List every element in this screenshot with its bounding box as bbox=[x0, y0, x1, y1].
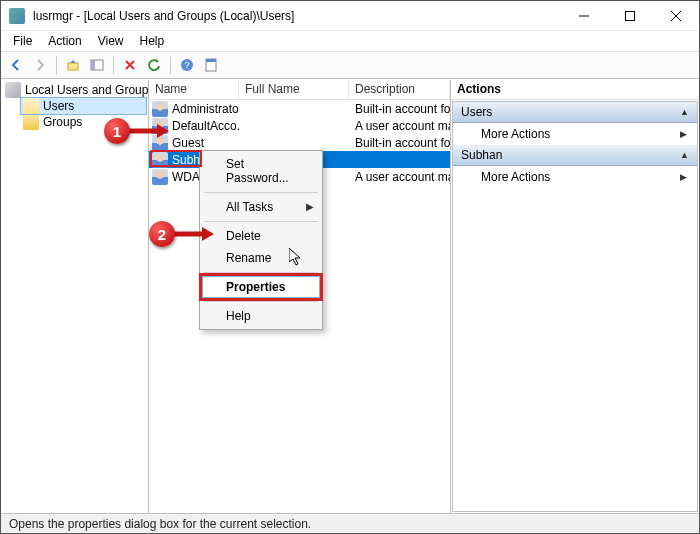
col-fullname[interactable]: Full Name bbox=[239, 80, 349, 99]
actions-section-subhan[interactable]: Subhan ▲ bbox=[453, 145, 697, 166]
more-actions-label: More Actions bbox=[481, 170, 550, 184]
svg-rect-0 bbox=[626, 11, 635, 20]
row-desc: Built-in account for gue bbox=[349, 136, 450, 150]
list-header: Name Full Name Description bbox=[149, 80, 450, 100]
row-name: Administrator bbox=[172, 102, 239, 116]
context-menu: Set Password... All Tasks ▶ Delete Renam… bbox=[199, 150, 323, 330]
window-title: lusrmgr - [Local Users and Groups (Local… bbox=[33, 9, 561, 23]
collapse-icon: ▲ bbox=[680, 107, 689, 117]
console-icon bbox=[5, 82, 21, 98]
close-button[interactable] bbox=[653, 1, 699, 31]
row-name: DefaultAcco... bbox=[172, 119, 239, 133]
tree-users-label: Users bbox=[43, 99, 74, 113]
actions-subhan-label: Subhan bbox=[461, 148, 502, 162]
forward-button[interactable] bbox=[29, 54, 51, 76]
toolbar-sep bbox=[170, 56, 171, 74]
collapse-icon: ▲ bbox=[680, 150, 689, 160]
row-desc: A user account manage bbox=[349, 170, 450, 184]
toolbar-sep bbox=[56, 56, 57, 74]
toolbar: ? bbox=[1, 51, 699, 79]
cm-set-password[interactable]: Set Password... bbox=[202, 153, 320, 189]
actions-section-users[interactable]: Users ▲ bbox=[453, 102, 697, 123]
cm-sep bbox=[204, 192, 318, 193]
chevron-right-icon: ▶ bbox=[680, 129, 687, 139]
svg-rect-1 bbox=[68, 63, 78, 70]
chevron-right-icon: ▶ bbox=[306, 201, 314, 212]
annotation-marker-2: 2 bbox=[149, 221, 175, 247]
tree-root-label: Local Users and Groups (Local) bbox=[25, 83, 149, 97]
main-area: Local Users and Groups (Local) Users Gro… bbox=[1, 79, 699, 513]
refresh-icon[interactable] bbox=[143, 54, 165, 76]
row-desc: Built-in account for adm bbox=[349, 102, 450, 116]
folder-icon bbox=[23, 114, 39, 130]
help-icon[interactable]: ? bbox=[176, 54, 198, 76]
statusbar: Opens the properties dialog box for the … bbox=[1, 513, 699, 533]
cm-delete[interactable]: Delete bbox=[202, 225, 320, 247]
row-desc: A user account manage bbox=[349, 119, 450, 133]
cm-all-tasks[interactable]: All Tasks ▶ bbox=[202, 196, 320, 218]
cm-all-tasks-label: All Tasks bbox=[226, 200, 273, 214]
svg-marker-9 bbox=[157, 124, 169, 138]
svg-rect-7 bbox=[206, 59, 216, 62]
toolbar-sep bbox=[113, 56, 114, 74]
tree-groups-label: Groups bbox=[43, 115, 82, 129]
annotation-marker-1: 1 bbox=[104, 118, 130, 144]
list-row[interactable]: Administrator Built-in account for adm bbox=[149, 100, 450, 117]
minimize-button[interactable] bbox=[561, 1, 607, 31]
actions-more-subhan[interactable]: More Actions ▶ bbox=[453, 166, 697, 188]
cm-sep bbox=[204, 301, 318, 302]
row-name: Guest bbox=[172, 136, 204, 150]
annotation-arrow-2 bbox=[174, 225, 214, 245]
user-icon bbox=[152, 152, 168, 168]
actions-more-users[interactable]: More Actions ▶ bbox=[453, 123, 697, 145]
chevron-right-icon: ▶ bbox=[680, 172, 687, 182]
menu-action[interactable]: Action bbox=[40, 32, 89, 50]
maximize-button[interactable] bbox=[607, 1, 653, 31]
actions-panel: Actions Users ▲ More Actions ▶ Subhan ▲ … bbox=[451, 80, 699, 513]
svg-marker-11 bbox=[202, 227, 214, 241]
actions-body: Users ▲ More Actions ▶ Subhan ▲ More Act… bbox=[452, 101, 698, 512]
cm-sep bbox=[204, 272, 318, 273]
list-panel: Name Full Name Description Administrator… bbox=[149, 80, 451, 513]
col-name[interactable]: Name bbox=[149, 80, 239, 99]
menu-file[interactable]: File bbox=[5, 32, 40, 50]
user-icon bbox=[152, 169, 168, 185]
actions-header: Actions bbox=[451, 80, 699, 100]
cm-sep bbox=[204, 221, 318, 222]
actions-users-label: Users bbox=[461, 105, 492, 119]
menu-view[interactable]: View bbox=[90, 32, 132, 50]
properties-icon[interactable] bbox=[200, 54, 222, 76]
delete-icon[interactable] bbox=[119, 54, 141, 76]
back-button[interactable] bbox=[5, 54, 27, 76]
list-row[interactable]: Guest Built-in account for gue bbox=[149, 134, 450, 151]
tree-root[interactable]: Local Users and Groups (Local) bbox=[3, 82, 146, 98]
up-button[interactable] bbox=[62, 54, 84, 76]
cm-properties[interactable]: Properties bbox=[202, 276, 320, 298]
annotation-arrow-1 bbox=[129, 122, 169, 142]
col-description[interactable]: Description bbox=[349, 80, 450, 99]
show-hide-button[interactable] bbox=[86, 54, 108, 76]
menubar: File Action View Help bbox=[1, 31, 699, 51]
more-actions-label: More Actions bbox=[481, 127, 550, 141]
svg-text:?: ? bbox=[184, 60, 189, 70]
tree-users[interactable]: Users bbox=[21, 98, 146, 114]
status-text: Opens the properties dialog box for the … bbox=[9, 517, 311, 531]
user-icon bbox=[152, 101, 168, 117]
folder-open-icon bbox=[23, 98, 39, 114]
svg-rect-3 bbox=[91, 60, 95, 70]
app-icon bbox=[9, 8, 25, 24]
titlebar: lusrmgr - [Local Users and Groups (Local… bbox=[1, 1, 699, 31]
list-row[interactable]: DefaultAcco... A user account manage bbox=[149, 117, 450, 134]
cm-rename[interactable]: Rename bbox=[202, 247, 320, 269]
tree-panel: Local Users and Groups (Local) Users Gro… bbox=[1, 80, 149, 513]
cm-help[interactable]: Help bbox=[202, 305, 320, 327]
menu-help[interactable]: Help bbox=[132, 32, 173, 50]
